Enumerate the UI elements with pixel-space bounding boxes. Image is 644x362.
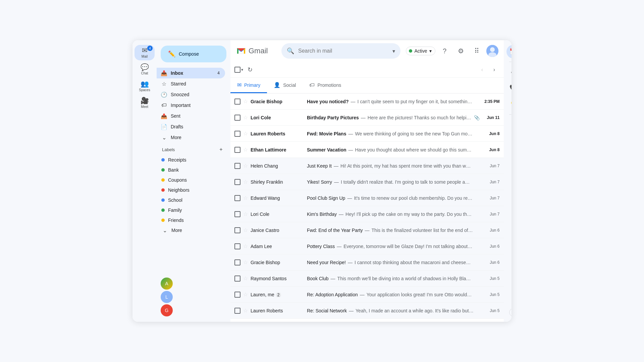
- label-receipts[interactable]: Receipts: [157, 155, 225, 165]
- help-button[interactable]: ?: [438, 44, 451, 58]
- email-row[interactable]: ☆ Lauren Roberts Re: Social Network — Ye…: [230, 303, 504, 319]
- refresh-button[interactable]: ↻: [245, 64, 255, 75]
- nav-more[interactable]: ⌄ More: [157, 132, 225, 143]
- contacts-button[interactable]: 📞: [506, 81, 512, 95]
- sidebar-item-meet[interactable]: 🎥 Meet: [135, 95, 155, 111]
- email-star[interactable]: ☆: [243, 227, 248, 233]
- nav-snoozed[interactable]: 🕐 Snoozed: [157, 89, 225, 100]
- email-row[interactable]: ☆ Adam Lee Pottery Class — Everyone, tom…: [230, 238, 504, 254]
- email-checkbox[interactable]: [234, 276, 240, 282]
- email-checkbox[interactable]: [234, 147, 240, 153]
- add-label-button[interactable]: +: [217, 145, 225, 154]
- tab-social[interactable]: 👤 Social: [267, 78, 303, 93]
- email-row[interactable]: ☆ Janice Castro Fwd: End of the Year Par…: [230, 222, 504, 238]
- email-checkbox[interactable]: [234, 115, 240, 121]
- email-row[interactable]: ☆ Helen Chang Just Keep It — Hi! At this…: [230, 158, 504, 174]
- right-divider: [509, 62, 512, 62]
- select-all-dropdown[interactable]: ▾: [241, 67, 243, 72]
- email-star[interactable]: ☆: [243, 243, 248, 249]
- right-sidebar-scroll[interactable]: ›: [509, 308, 512, 316]
- email-checkbox[interactable]: [234, 99, 240, 105]
- email-checkbox[interactable]: [234, 131, 240, 137]
- compose-button[interactable]: ✏️ Compose: [161, 46, 226, 62]
- email-checkbox[interactable]: [234, 195, 240, 201]
- email-checkbox[interactable]: [234, 227, 240, 233]
- email-star[interactable]: ☆: [243, 259, 248, 265]
- email-preview: I can't quite seem to put my finger on i…: [357, 99, 472, 104]
- email-star[interactable]: ☆: [243, 195, 248, 201]
- email-row[interactable]: ☆ Ethan Lattimore Summer Vacation — Have…: [230, 142, 504, 158]
- label-school[interactable]: School: [157, 195, 225, 205]
- tab-promotions[interactable]: 🏷 Promotions: [303, 78, 348, 93]
- prev-page-button[interactable]: ‹: [477, 64, 488, 75]
- settings-button[interactable]: ⚙: [454, 44, 468, 58]
- email-row[interactable]: ☆ Gracie Bishop Need your Recipe! — I ca…: [230, 254, 504, 270]
- search-icon: 🔍: [287, 47, 294, 55]
- user-avatar[interactable]: [486, 45, 498, 57]
- email-checkbox[interactable]: [234, 163, 240, 169]
- search-dropdown-icon[interactable]: ▾: [392, 48, 395, 54]
- status-pill[interactable]: Active ▾: [406, 47, 435, 55]
- email-row[interactable]: ☆ Edward Wang Pool Club Sign Up — It's t…: [230, 190, 504, 206]
- email-checkbox[interactable]: [234, 308, 240, 314]
- sidebar-item-spaces[interactable]: 👥 Spaces: [135, 78, 155, 94]
- label-bank[interactable]: Bank: [157, 165, 225, 175]
- apps-button[interactable]: ⠿: [470, 44, 484, 58]
- email-row[interactable]: ☆ Lauren, me 2 Re: Adoption Application …: [230, 287, 504, 303]
- social-tab-icon: 👤: [274, 82, 280, 88]
- email-star[interactable]: ☆: [243, 211, 248, 217]
- select-all-checkbox[interactable]: [234, 67, 240, 73]
- tab-primary[interactable]: ✉ Primary: [230, 78, 267, 93]
- nav-inbox[interactable]: 📥 Inbox 4: [157, 68, 225, 78]
- email-row[interactable]: ☆ Lori Cole Kim's Birthday — Hey! I'll p…: [230, 206, 504, 222]
- sidebar-item-mail[interactable]: ✉ Mail 4: [135, 45, 155, 60]
- label-friends[interactable]: Friends: [157, 215, 225, 225]
- contact-avatar-2[interactable]: L: [161, 291, 173, 303]
- email-meta: Jun 6: [482, 260, 500, 265]
- add-addon-button[interactable]: +: [506, 118, 512, 131]
- search-input[interactable]: [298, 48, 388, 54]
- email-row[interactable]: ☆ Shirley Franklin Yikes! Sorry — I tota…: [230, 174, 504, 190]
- email-row[interactable]: ☆ Lori Cole Birthday Party Pictures — He…: [230, 110, 504, 126]
- email-star[interactable]: ☆: [243, 307, 248, 314]
- email-star[interactable]: ☆: [243, 291, 248, 298]
- email-checkbox[interactable]: [234, 211, 240, 217]
- label-family[interactable]: Family: [157, 205, 225, 215]
- label-neighbors[interactable]: Neighbors: [157, 185, 225, 195]
- email-star[interactable]: ☆: [243, 179, 248, 185]
- email-dash: —: [351, 99, 355, 104]
- label-more[interactable]: ⌄ More: [157, 225, 225, 235]
- email-star[interactable]: ☆: [243, 98, 248, 105]
- contact-avatar-1[interactable]: A: [161, 278, 173, 290]
- email-preview: This is the finalized volunteer list for…: [372, 228, 473, 233]
- next-page-button[interactable]: ›: [489, 64, 500, 75]
- calendar-button[interactable]: 📅: [506, 45, 512, 58]
- email-star[interactable]: ☆: [243, 114, 248, 121]
- email-star[interactable]: ☆: [243, 146, 248, 153]
- mail-icon: ✉: [142, 47, 148, 54]
- contact-avatar-3[interactable]: G: [161, 304, 173, 316]
- nav-starred[interactable]: ☆ Starred: [157, 78, 225, 89]
- status-dot: [409, 49, 412, 53]
- email-row[interactable]: ☆ Raymond Santos Book Club — This month …: [230, 270, 504, 287]
- nav-important[interactable]: 🏷 Important: [157, 100, 225, 111]
- email-checkbox[interactable]: [234, 292, 240, 298]
- email-row[interactable]: ☆ Lauren Roberts Fwd: Movie Plans — We w…: [230, 126, 504, 142]
- email-row[interactable]: ☆ Gracie Bishop Have you noticed? — I ca…: [230, 94, 504, 110]
- label-coupons[interactable]: Coupons: [157, 175, 225, 185]
- email-star[interactable]: ☆: [243, 275, 248, 282]
- app-logo: Gmail: [236, 46, 276, 56]
- email-checkbox[interactable]: [234, 259, 240, 265]
- email-checkbox[interactable]: [234, 243, 240, 249]
- email-star[interactable]: ☆: [243, 163, 248, 169]
- search-bar[interactable]: 🔍 ▾: [281, 43, 400, 59]
- email-star[interactable]: ☆: [243, 130, 248, 137]
- email-preview: I totally didn't realize that. I'm going…: [341, 179, 470, 185]
- keep-button[interactable]: 💡: [506, 98, 512, 111]
- tasks-button[interactable]: ✔: [506, 65, 512, 79]
- nav-sent[interactable]: 📤 Sent: [157, 111, 225, 121]
- email-dash: —: [360, 292, 365, 297]
- nav-drafts[interactable]: 📄 Drafts: [157, 121, 225, 132]
- email-checkbox[interactable]: [234, 179, 240, 185]
- sidebar-item-chat[interactable]: 💬 Chat: [135, 62, 155, 77]
